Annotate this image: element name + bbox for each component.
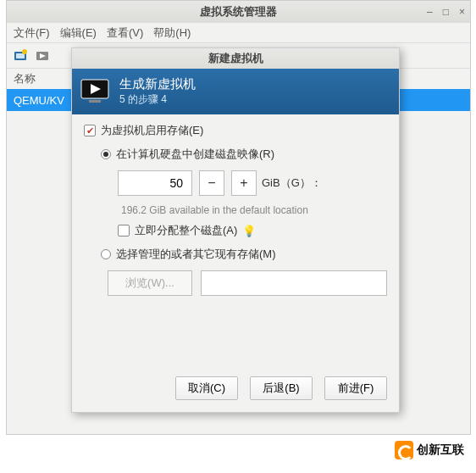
svg-rect-7 (89, 100, 101, 103)
monitor-play-icon (80, 79, 109, 104)
maximize-button[interactable]: □ (443, 6, 449, 18)
back-button[interactable]: 后退(B) (250, 376, 313, 400)
create-disk-radio[interactable] (101, 149, 111, 159)
new-vm-icon[interactable] (12, 47, 29, 64)
create-disk-label: 在计算机硬盘中创建磁盘映像(R) (116, 147, 274, 162)
enable-storage-row[interactable]: 为虚拟机启用存储(E) (84, 123, 387, 138)
minimize-button[interactable]: – (427, 6, 433, 18)
disk-size-increase[interactable]: + (231, 170, 257, 196)
main-titlebar: 虚拟系统管理器 – □ × (7, 1, 470, 23)
watermark-text: 创新互联 (417, 442, 464, 458)
dialog-banner: 生成新虚拟机 5 的步骤 4 (72, 69, 399, 114)
create-disk-row[interactable]: 在计算机硬盘中创建磁盘映像(R) (101, 147, 387, 162)
enable-storage-label: 为虚拟机启用存储(E) (101, 123, 203, 138)
svg-point-2 (22, 49, 27, 54)
allocate-now-row[interactable]: 立即分配整个磁盘(A) 💡 (118, 223, 387, 238)
watermark: 创新互联 (395, 441, 464, 459)
menu-edit[interactable]: 编辑(E) (60, 25, 97, 41)
select-existing-radio[interactable] (101, 249, 111, 259)
lightbulb-icon: 💡 (242, 225, 256, 237)
menu-file[interactable]: 文件(F) (14, 25, 50, 41)
menu-view[interactable]: 查看(V) (107, 25, 143, 41)
disk-size-unit: GiB（G）： (262, 175, 322, 191)
storage-path-input (201, 270, 387, 296)
dialog-title: 新建虚拟机 (72, 48, 399, 69)
close-button[interactable]: × (459, 6, 465, 18)
browse-button: 浏览(W)... (108, 270, 192, 296)
svg-rect-1 (16, 53, 25, 58)
watermark-logo-icon (395, 441, 413, 459)
cancel-button[interactable]: 取消(C) (175, 376, 238, 400)
select-existing-label: 选择管理的或者其它现有存储(M) (116, 247, 276, 262)
allocate-now-checkbox[interactable] (118, 225, 130, 236)
disk-size-decrease[interactable]: − (199, 170, 224, 196)
enable-storage-checkbox[interactable] (84, 125, 96, 136)
allocate-now-label: 立即分配整个磁盘(A) (135, 223, 237, 238)
banner-step: 5 的步骤 4 (119, 92, 196, 107)
available-space-hint: 196.2 GiB available in the default locat… (121, 204, 387, 216)
new-vm-dialog: 新建虚拟机 生成新虚拟机 5 的步骤 4 为虚拟机启用存储(E) 在计算机硬盘中… (71, 47, 400, 413)
menu-bar: 文件(F) 编辑(E) 查看(V) 帮助(H) (7, 23, 470, 43)
open-vm-icon[interactable] (34, 47, 51, 64)
disk-size-spinner: − + (118, 170, 257, 196)
disk-size-input[interactable] (118, 170, 192, 196)
menu-help[interactable]: 帮助(H) (153, 25, 191, 41)
main-window-title: 虚拟系统管理器 (200, 4, 277, 19)
forward-button[interactable]: 前进(F) (324, 376, 387, 400)
vm-list-row-label: QEMU/KV (14, 94, 64, 107)
banner-title: 生成新虚拟机 (119, 76, 196, 92)
select-existing-row[interactable]: 选择管理的或者其它现有存储(M) (101, 247, 387, 262)
